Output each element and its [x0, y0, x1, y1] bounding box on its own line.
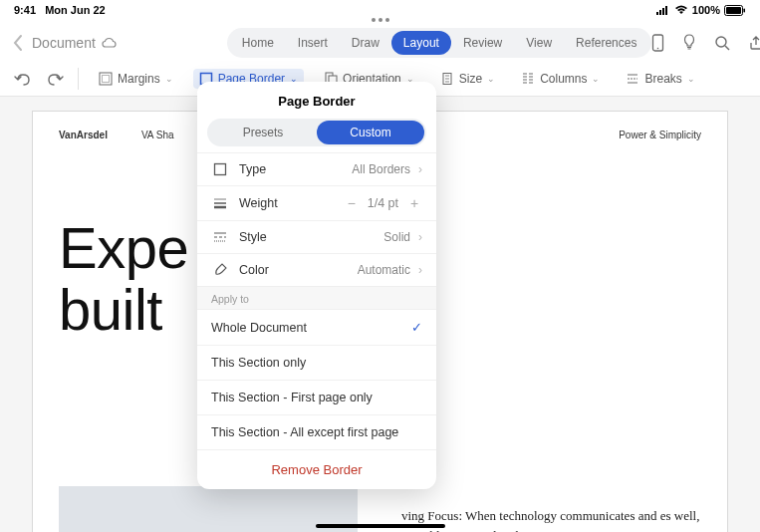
lightbulb-icon[interactable] — [682, 34, 696, 52]
wifi-icon — [674, 5, 688, 15]
battery-pct: 100% — [692, 4, 720, 16]
weight-stepper: − 1/4 pt + — [344, 195, 422, 211]
mobile-view-icon[interactable] — [651, 34, 664, 52]
tab-home[interactable]: Home — [230, 31, 286, 55]
border-type-icon — [211, 162, 229, 176]
stepper-minus[interactable]: − — [344, 195, 360, 211]
status-time: 9:41 — [14, 4, 36, 16]
margins-button[interactable]: Margins⌄ — [93, 69, 179, 89]
remove-border-button[interactable]: Remove Border — [197, 449, 436, 489]
size-button[interactable]: Size⌄ — [434, 69, 501, 89]
status-date: Mon Jun 22 — [45, 4, 106, 16]
weight-value: 1/4 pt — [368, 196, 398, 210]
svg-rect-5 — [726, 7, 741, 14]
popover-title: Page Border — [197, 82, 436, 119]
svg-rect-14 — [100, 73, 112, 85]
chevron-right-icon: › — [418, 263, 422, 277]
style-icon — [211, 231, 229, 243]
tab-insert[interactable]: Insert — [286, 31, 340, 55]
image-placeholder — [59, 486, 358, 532]
segmented-control: Presets Custom — [207, 119, 426, 146]
svg-point-8 — [657, 48, 659, 50]
home-indicator[interactable] — [316, 524, 445, 528]
svg-rect-6 — [744, 8, 746, 12]
ribbon-tabs: Home Insert Draw Layout Review View Refe… — [227, 28, 652, 58]
svg-rect-1 — [659, 10, 661, 15]
row-weight[interactable]: Weight − 1/4 pt + — [197, 185, 436, 220]
svg-point-9 — [716, 37, 726, 47]
svg-rect-0 — [656, 12, 658, 15]
breaks-button[interactable]: Breaks⌄ — [620, 69, 700, 89]
battery-icon — [724, 5, 746, 16]
brand-mark: VanArsdel — [59, 130, 108, 140]
header-tag: VA Sha — [141, 130, 174, 140]
color-icon — [211, 263, 229, 277]
svg-rect-3 — [665, 6, 667, 15]
undo-button[interactable] — [14, 71, 32, 87]
share-icon[interactable] — [748, 35, 760, 51]
apply-except-first-page[interactable]: This Section - All except first page — [197, 414, 436, 449]
apply-whole-document[interactable]: Whole Document ✓ — [197, 309, 436, 345]
svg-rect-15 — [103, 76, 110, 83]
stepper-plus[interactable]: + — [406, 195, 422, 211]
cloud-sync-icon[interactable] — [102, 37, 118, 49]
row-color[interactable]: Color Automatic › — [197, 253, 436, 286]
apply-first-page-only[interactable]: This Section - First page only — [197, 380, 436, 414]
back-button[interactable] — [12, 34, 24, 52]
document-title[interactable]: Document — [32, 35, 96, 51]
apply-to-label: Apply to — [197, 286, 436, 309]
body-text: ving Focus: When technology communicates… — [401, 506, 701, 532]
seg-presets[interactable]: Presets — [209, 121, 317, 144]
cellular-icon — [656, 5, 670, 15]
svg-rect-31 — [215, 164, 226, 175]
row-type[interactable]: Type All Borders › — [197, 152, 436, 185]
page-border-popover: Page Border Presets Custom Type All Bord… — [197, 82, 436, 489]
chevron-right-icon: › — [418, 230, 422, 244]
divider — [78, 68, 79, 90]
row-style[interactable]: Style Solid › — [197, 220, 436, 253]
svg-rect-2 — [662, 8, 664, 15]
columns-button[interactable]: Columns⌄ — [515, 69, 606, 89]
tab-view[interactable]: View — [514, 31, 564, 55]
check-icon: ✓ — [411, 320, 422, 335]
apply-this-section[interactable]: This Section only — [197, 345, 436, 380]
tab-review[interactable]: Review — [451, 31, 514, 55]
title-bar: Document Home Insert Draw Layout Review … — [0, 22, 760, 62]
search-icon[interactable] — [714, 35, 730, 51]
tab-draw[interactable]: Draw — [340, 31, 391, 55]
tab-references[interactable]: References — [564, 31, 648, 55]
chevron-right-icon: › — [418, 162, 422, 176]
tab-layout[interactable]: Layout — [391, 31, 451, 55]
redo-button[interactable] — [46, 71, 64, 87]
weight-icon — [211, 197, 229, 209]
svg-line-10 — [725, 46, 729, 50]
slogan: Power & Simplicity — [619, 130, 701, 140]
seg-custom[interactable]: Custom — [317, 121, 424, 144]
status-bar: 9:41 Mon Jun 22 100% — [0, 0, 760, 16]
